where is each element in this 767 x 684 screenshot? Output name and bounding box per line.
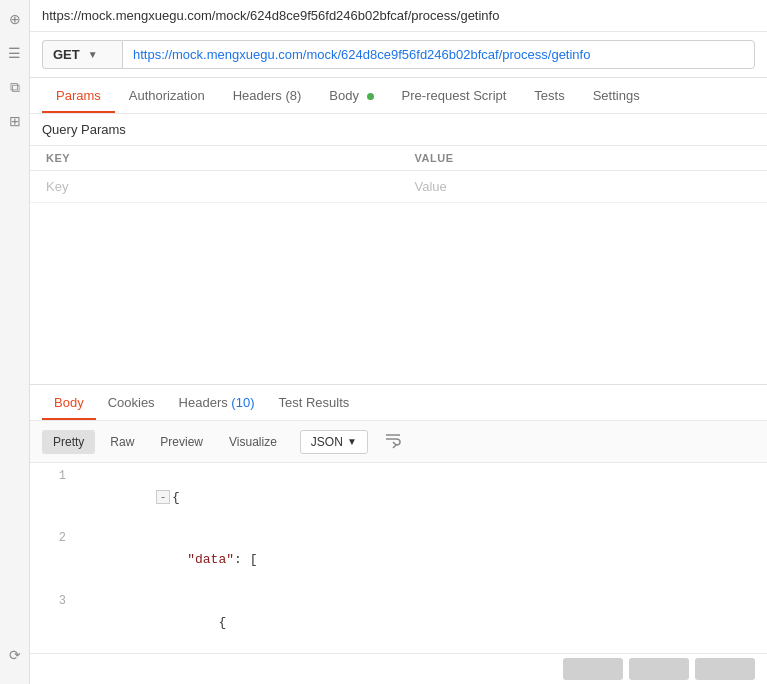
param-value-cell[interactable]: Value — [399, 171, 768, 203]
bottom-bar — [30, 653, 767, 684]
format-type-label: JSON — [311, 435, 343, 449]
response-tab-cookies[interactable]: Cookies — [96, 385, 167, 420]
response-tab-body[interactable]: Body — [42, 385, 96, 420]
copy-icon[interactable]: ⧉ — [6, 78, 24, 96]
spacer — [30, 203, 767, 384]
method-label: GET — [53, 47, 80, 62]
sidebar: ⊕ ☰ ⧉ ⊞ ⟳ — [0, 0, 30, 684]
col-header-value: VALUE — [399, 146, 768, 171]
json-line-2: 2 "data": [ — [30, 529, 767, 591]
response-tabs: Body Cookies Headers (10) Test Results — [30, 385, 767, 421]
query-params-label: Query Params — [30, 114, 767, 145]
format-raw-button[interactable]: Raw — [99, 430, 145, 454]
tab-settings[interactable]: Settings — [579, 78, 654, 113]
tab-pre-request[interactable]: Pre-request Script — [388, 78, 521, 113]
line-number: 3 — [38, 592, 66, 611]
format-bar: Pretty Raw Preview Visualize JSON ▼ — [30, 421, 767, 463]
col-header-key: KEY — [30, 146, 399, 171]
request-tabs: Params Authorization Headers (8) Body Pr… — [30, 78, 767, 114]
body-dot-indicator — [367, 93, 374, 100]
json-line-3: 3 { — [30, 592, 767, 653]
params-table: KEY VALUE Key Value — [30, 145, 767, 203]
link-icon[interactable]: ⊕ — [6, 10, 24, 28]
stack-icon[interactable]: ☰ — [6, 44, 24, 62]
json-viewer: 1 -{ 2 "data": [ 3 { 4 — [30, 463, 767, 653]
line-number: 1 — [38, 467, 66, 486]
param-key-cell[interactable]: Key — [30, 171, 399, 203]
json-line-1: 1 -{ — [30, 467, 767, 529]
url-bar: https://mock.mengxuegu.com/mock/624d8ce9… — [30, 0, 767, 32]
line-number: 2 — [38, 529, 66, 548]
tab-authorization[interactable]: Authorization — [115, 78, 219, 113]
bottom-action-2[interactable] — [629, 658, 689, 680]
url-input[interactable] — [122, 40, 755, 69]
wrap-icon[interactable] — [376, 427, 410, 456]
history-icon[interactable]: ⟳ — [6, 646, 24, 664]
bottom-action-1[interactable] — [563, 658, 623, 680]
format-visualize-button[interactable]: Visualize — [218, 430, 288, 454]
request-row: GET ▼ — [30, 32, 767, 78]
bottom-action-3[interactable] — [695, 658, 755, 680]
tab-headers[interactable]: Headers (8) — [219, 78, 316, 113]
response-tab-headers[interactable]: Headers (10) — [167, 385, 267, 420]
chevron-down-icon: ▼ — [347, 436, 357, 447]
headers-count: (10) — [231, 395, 254, 410]
response-section: Body Cookies Headers (10) Test Results P… — [30, 384, 767, 684]
grid-icon[interactable]: ⊞ — [6, 112, 24, 130]
url-display: https://mock.mengxuegu.com/mock/624d8ce9… — [42, 8, 499, 23]
fold-icon[interactable]: - — [156, 490, 170, 504]
tab-params[interactable]: Params — [42, 78, 115, 113]
format-preview-button[interactable]: Preview — [149, 430, 214, 454]
main-content: https://mock.mengxuegu.com/mock/624d8ce9… — [30, 0, 767, 684]
tab-body[interactable]: Body — [315, 78, 387, 113]
table-row: Key Value — [30, 171, 767, 203]
format-type-selector[interactable]: JSON ▼ — [300, 430, 368, 454]
response-tab-test-results[interactable]: Test Results — [266, 385, 361, 420]
method-select[interactable]: GET ▼ — [42, 40, 122, 69]
format-pretty-button[interactable]: Pretty — [42, 430, 95, 454]
tab-tests[interactable]: Tests — [520, 78, 578, 113]
chevron-down-icon: ▼ — [88, 49, 98, 60]
